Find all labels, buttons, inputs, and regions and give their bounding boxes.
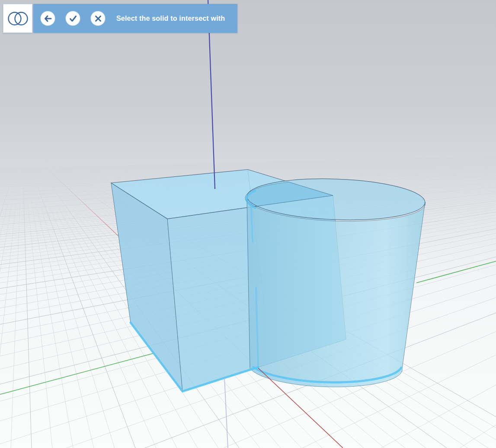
prompt-bar: Select the solid to intersect with — [33, 4, 237, 33]
cad-app-window: Select the solid to intersect with — [0, 0, 496, 448]
cancel-button[interactable] — [91, 11, 105, 26]
confirm-button[interactable] — [66, 11, 80, 26]
intersect-toolbar: Select the solid to intersect with — [3, 4, 237, 33]
prompt-text: Select the solid to intersect with — [116, 4, 234, 33]
cylinder-body — [247, 199, 426, 387]
cylinder-solid[interactable] — [245, 176, 426, 387]
viewport-3d[interactable] — [0, 0, 496, 448]
arrow-left-icon — [43, 14, 53, 23]
close-icon — [93, 14, 103, 23]
check-icon — [68, 14, 78, 23]
active-tool-tile[interactable] — [3, 4, 32, 33]
back-button[interactable] — [41, 11, 55, 26]
intersect-icon — [6, 9, 30, 28]
